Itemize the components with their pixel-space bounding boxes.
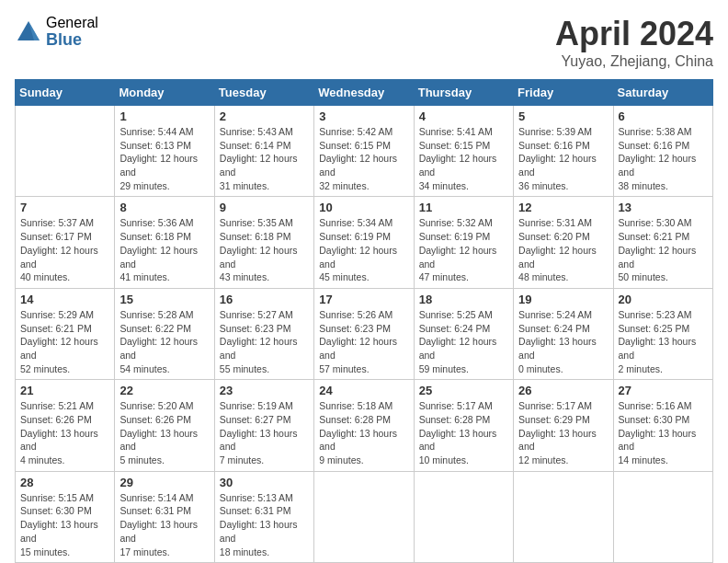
calendar-cell: 25Sunrise: 5:17 AMSunset: 6:28 PMDayligh… [414, 380, 513, 471]
weekday-header-sunday: Sunday [16, 80, 115, 106]
day-number: 28 [20, 476, 109, 489]
day-number: 12 [518, 201, 608, 214]
day-info: Sunrise: 5:30 AMSunset: 6:21 PMDaylight:… [619, 216, 708, 283]
calendar-cell: 26Sunrise: 5:17 AMSunset: 6:29 PMDayligh… [514, 380, 613, 471]
day-info: Sunrise: 5:20 AMSunset: 6:26 PMDaylight:… [119, 399, 209, 466]
day-number: 26 [518, 384, 608, 397]
day-number: 18 [419, 293, 508, 306]
calendar-cell: 16Sunrise: 5:27 AMSunset: 6:23 PMDayligh… [214, 288, 313, 379]
day-number: 20 [619, 293, 708, 306]
weekday-header-thursday: Thursday [414, 80, 513, 106]
weekday-header-wednesday: Wednesday [314, 80, 414, 106]
day-info: Sunrise: 5:38 AMSunset: 6:16 PMDaylight:… [619, 125, 708, 192]
day-info: Sunrise: 5:19 AMSunset: 6:27 PMDaylight:… [220, 399, 309, 466]
day-number: 29 [119, 476, 209, 489]
calendar-cell: 3Sunrise: 5:42 AMSunset: 6:15 PMDaylight… [314, 106, 414, 197]
day-info: Sunrise: 5:17 AMSunset: 6:29 PMDaylight:… [518, 399, 608, 466]
calendar-cell: 11Sunrise: 5:32 AMSunset: 6:19 PMDayligh… [414, 197, 513, 288]
day-info: Sunrise: 5:28 AMSunset: 6:22 PMDaylight:… [119, 308, 209, 375]
calendar-cell: 30Sunrise: 5:13 AMSunset: 6:31 PMDayligh… [214, 471, 313, 562]
day-info: Sunrise: 5:41 AMSunset: 6:15 PMDaylight:… [419, 125, 508, 192]
day-info: Sunrise: 5:21 AMSunset: 6:26 PMDaylight:… [20, 399, 109, 466]
weekday-header-saturday: Saturday [613, 80, 712, 106]
day-info: Sunrise: 5:18 AMSunset: 6:28 PMDaylight:… [319, 399, 408, 466]
calendar-cell: 22Sunrise: 5:20 AMSunset: 6:26 PMDayligh… [115, 380, 214, 471]
day-info: Sunrise: 5:34 AMSunset: 6:19 PMDaylight:… [319, 216, 408, 283]
day-number: 24 [319, 384, 408, 397]
day-number: 3 [319, 109, 408, 123]
week-row-3: 14Sunrise: 5:29 AMSunset: 6:21 PMDayligh… [16, 288, 713, 379]
day-number: 7 [20, 201, 109, 214]
day-number: 13 [619, 201, 708, 214]
calendar-cell: 10Sunrise: 5:34 AMSunset: 6:19 PMDayligh… [314, 197, 414, 288]
calendar-cell: 28Sunrise: 5:15 AMSunset: 6:30 PMDayligh… [16, 471, 115, 562]
calendar-cell: 6Sunrise: 5:38 AMSunset: 6:16 PMDaylight… [613, 106, 712, 197]
day-number: 6 [619, 109, 708, 123]
day-number: 22 [119, 384, 209, 397]
week-row-4: 21Sunrise: 5:21 AMSunset: 6:26 PMDayligh… [16, 380, 713, 471]
calendar-cell: 18Sunrise: 5:25 AMSunset: 6:24 PMDayligh… [414, 288, 513, 379]
calendar-cell [314, 471, 414, 562]
day-info: Sunrise: 5:29 AMSunset: 6:21 PMDaylight:… [20, 308, 109, 375]
day-info: Sunrise: 5:42 AMSunset: 6:15 PMDaylight:… [319, 125, 408, 192]
calendar-cell: 5Sunrise: 5:39 AMSunset: 6:16 PMDaylight… [514, 106, 613, 197]
calendar-cell: 9Sunrise: 5:35 AMSunset: 6:18 PMDaylight… [214, 197, 313, 288]
calendar-cell: 20Sunrise: 5:23 AMSunset: 6:25 PMDayligh… [613, 288, 712, 379]
day-number: 1 [119, 109, 209, 123]
weekday-header-tuesday: Tuesday [214, 80, 313, 106]
day-info: Sunrise: 5:35 AMSunset: 6:18 PMDaylight:… [220, 216, 309, 283]
calendar-cell: 29Sunrise: 5:14 AMSunset: 6:31 PMDayligh… [115, 471, 214, 562]
calendar-cell: 27Sunrise: 5:16 AMSunset: 6:30 PMDayligh… [613, 380, 712, 471]
day-number: 23 [220, 384, 309, 397]
logo: General Blue [15, 15, 98, 49]
day-info: Sunrise: 5:24 AMSunset: 6:24 PMDaylight:… [518, 308, 608, 375]
calendar-cell: 1Sunrise: 5:44 AMSunset: 6:13 PMDaylight… [115, 106, 214, 197]
day-number: 21 [20, 384, 109, 397]
week-row-1: 1Sunrise: 5:44 AMSunset: 6:13 PMDaylight… [16, 106, 713, 197]
day-info: Sunrise: 5:17 AMSunset: 6:28 PMDaylight:… [419, 399, 508, 466]
logo-blue: Blue [46, 31, 98, 50]
page-header: General Blue April 2024 Yuyao, Zhejiang,… [15, 15, 713, 70]
day-info: Sunrise: 5:37 AMSunset: 6:17 PMDaylight:… [20, 216, 109, 283]
day-info: Sunrise: 5:14 AMSunset: 6:31 PMDaylight:… [119, 491, 209, 558]
day-info: Sunrise: 5:31 AMSunset: 6:20 PMDaylight:… [518, 216, 608, 283]
day-info: Sunrise: 5:13 AMSunset: 6:31 PMDaylight:… [220, 491, 309, 558]
day-info: Sunrise: 5:44 AMSunset: 6:13 PMDaylight:… [119, 125, 209, 192]
calendar-cell [613, 471, 712, 562]
calendar-cell: 17Sunrise: 5:26 AMSunset: 6:23 PMDayligh… [314, 288, 414, 379]
calendar-cell: 2Sunrise: 5:43 AMSunset: 6:14 PMDaylight… [214, 106, 313, 197]
day-number: 19 [518, 293, 608, 306]
calendar-table: SundayMondayTuesdayWednesdayThursdayFrid… [15, 79, 713, 563]
calendar-cell: 4Sunrise: 5:41 AMSunset: 6:15 PMDaylight… [414, 106, 513, 197]
month-title: April 2024 [555, 15, 713, 53]
logo-general: General [46, 15, 98, 31]
day-info: Sunrise: 5:43 AMSunset: 6:14 PMDaylight:… [220, 125, 309, 192]
day-number: 17 [319, 293, 408, 306]
calendar-cell: 14Sunrise: 5:29 AMSunset: 6:21 PMDayligh… [16, 288, 115, 379]
day-number: 10 [319, 201, 408, 214]
day-number: 11 [419, 201, 508, 214]
day-number: 30 [220, 476, 309, 489]
weekday-header-monday: Monday [115, 80, 214, 106]
calendar-cell [514, 471, 613, 562]
day-number: 2 [220, 109, 309, 123]
calendar-cell [16, 106, 115, 197]
calendar-cell: 15Sunrise: 5:28 AMSunset: 6:22 PMDayligh… [115, 288, 214, 379]
day-number: 4 [419, 109, 508, 123]
day-info: Sunrise: 5:39 AMSunset: 6:16 PMDaylight:… [518, 125, 608, 192]
week-row-5: 28Sunrise: 5:15 AMSunset: 6:30 PMDayligh… [16, 471, 713, 562]
day-info: Sunrise: 5:32 AMSunset: 6:19 PMDaylight:… [419, 216, 508, 283]
day-info: Sunrise: 5:26 AMSunset: 6:23 PMDaylight:… [319, 308, 408, 375]
calendar-cell: 21Sunrise: 5:21 AMSunset: 6:26 PMDayligh… [16, 380, 115, 471]
day-info: Sunrise: 5:25 AMSunset: 6:24 PMDaylight:… [419, 308, 508, 375]
day-info: Sunrise: 5:36 AMSunset: 6:18 PMDaylight:… [119, 216, 209, 283]
title-block: April 2024 Yuyao, Zhejiang, China [555, 15, 713, 70]
day-number: 27 [619, 384, 708, 397]
logo-icon [15, 18, 42, 46]
week-row-2: 7Sunrise: 5:37 AMSunset: 6:17 PMDaylight… [16, 197, 713, 288]
location: Yuyao, Zhejiang, China [555, 53, 713, 70]
day-number: 15 [119, 293, 209, 306]
day-info: Sunrise: 5:23 AMSunset: 6:25 PMDaylight:… [619, 308, 708, 375]
calendar-cell: 13Sunrise: 5:30 AMSunset: 6:21 PMDayligh… [613, 197, 712, 288]
day-number: 16 [220, 293, 309, 306]
